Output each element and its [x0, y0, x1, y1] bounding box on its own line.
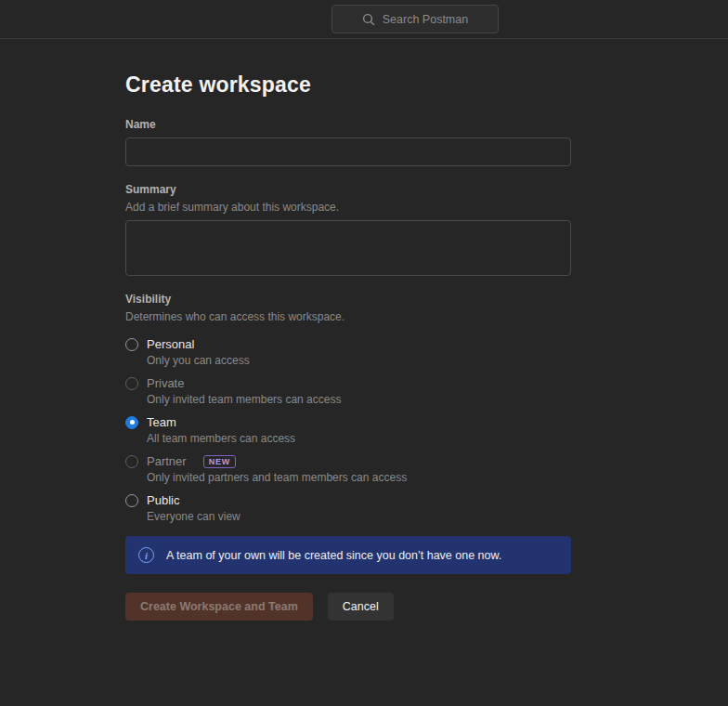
- search-icon: [362, 13, 375, 26]
- visibility-option-personal: Personal Only you can access: [125, 337, 571, 368]
- radio-partner[interactable]: Partner NEW: [125, 454, 571, 468]
- visibility-help: Determines who can access this workspace…: [125, 310, 571, 323]
- page-title: Create workspace: [125, 72, 571, 98]
- summary-field[interactable]: [125, 220, 571, 276]
- visibility-option-partner: Partner NEW Only invited partners and te…: [125, 454, 571, 485]
- info-banner: i A team of your own will be created sin…: [125, 536, 571, 574]
- radio-personal[interactable]: Personal: [125, 337, 571, 351]
- radio-circle-selected-icon[interactable]: [125, 416, 138, 429]
- top-bar: Search Postman: [0, 0, 728, 39]
- option-description: All team members can access: [147, 432, 571, 446]
- info-icon: i: [138, 547, 154, 563]
- form-actions: Create Workspace and Team Cancel: [125, 593, 571, 621]
- visibility-label: Visibility: [125, 293, 571, 306]
- radio-circle-icon[interactable]: [125, 338, 138, 351]
- option-description: Only you can access: [147, 354, 571, 368]
- radio-public[interactable]: Public: [125, 493, 571, 507]
- visibility-option-private: Private Only invited team members can ac…: [125, 376, 571, 407]
- radio-circle-icon[interactable]: [125, 494, 138, 507]
- option-description: Only invited partners and team members c…: [147, 471, 571, 485]
- cancel-button[interactable]: Cancel: [328, 593, 394, 621]
- name-field[interactable]: [125, 137, 571, 166]
- name-label: Name: [125, 118, 571, 131]
- search-input[interactable]: Search Postman: [332, 5, 499, 33]
- summary-help: Add a brief summary about this workspace…: [125, 201, 571, 214]
- visibility-radio-group: Personal Only you can access Private Onl…: [125, 337, 571, 524]
- visibility-option-team: Team All team members can access: [125, 415, 571, 446]
- radio-circle-icon[interactable]: [125, 377, 138, 390]
- option-label: Public: [147, 493, 179, 507]
- visibility-option-public: Public Everyone can view: [125, 493, 571, 524]
- radio-circle-icon[interactable]: [125, 455, 138, 468]
- create-workspace-form: Create workspace Name Summary Add a brie…: [0, 72, 571, 621]
- summary-label: Summary: [125, 183, 571, 196]
- create-workspace-and-team-button[interactable]: Create Workspace and Team: [125, 593, 313, 621]
- option-label: Personal: [147, 337, 194, 351]
- new-badge: NEW: [203, 455, 236, 468]
- option-description: Only invited team members can access: [147, 393, 571, 407]
- option-label: Team: [147, 415, 176, 429]
- option-description: Everyone can view: [147, 510, 571, 524]
- radio-private[interactable]: Private: [125, 376, 571, 390]
- search-placeholder: Search Postman: [383, 13, 468, 26]
- radio-team[interactable]: Team: [125, 415, 571, 429]
- info-banner-text: A team of your own will be created since…: [166, 549, 501, 562]
- option-label: Partner: [147, 454, 187, 468]
- option-label: Private: [147, 376, 184, 390]
